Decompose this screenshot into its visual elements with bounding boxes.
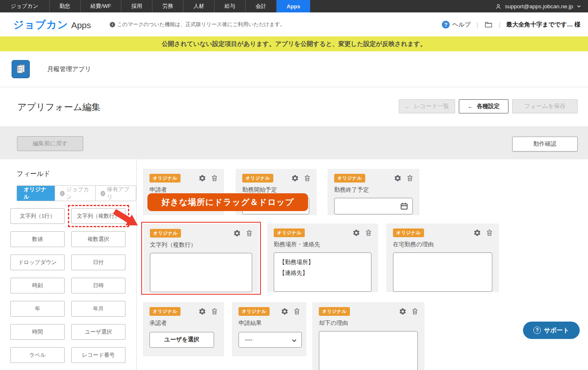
field-label: 文字列（複数行） — [143, 238, 259, 249]
tab-jobcan[interactable]: i ジョブカン — [55, 186, 95, 201]
form-card-rejection-reason[interactable]: オリジナル 却下の理由 — [312, 302, 424, 370]
nav-tab-jobcan[interactable]: ジョブカン — [0, 0, 50, 12]
save-form-button[interactable]: フォームを保存 — [512, 99, 578, 113]
field-chip-text-single[interactable]: 文字列（1行） — [10, 208, 65, 224]
nav-tab-saiyo[interactable]: 採用 — [121, 0, 152, 12]
banner-message: 公開されていない設定項目があります。アプリを公開すると、変更した設定が反映されま… — [162, 40, 427, 48]
tab-original[interactable]: オリジナル — [17, 186, 55, 201]
brand-logo[interactable]: ジョブカン Apps — [13, 18, 91, 31]
field-sidebar: フィールド オリジナル i ジョブカン i 保有アプリ 文字列（1行） 文字列（… — [0, 159, 137, 370]
nav-tab-roumu[interactable]: 労務 — [152, 0, 183, 12]
original-badge: オリジナル — [150, 229, 181, 238]
arrow-left-icon: ← — [405, 103, 411, 110]
settings-icon[interactable] — [399, 308, 407, 315]
field-chip-dropdown[interactable]: ドロップダウン — [10, 255, 65, 270]
settings-icon[interactable] — [394, 174, 402, 182]
support-button[interactable]: ? サポート — [523, 322, 580, 339]
field-label: 勤務終了予定 — [328, 183, 419, 194]
app-title-row: 月報管理アプリ — [0, 51, 588, 87]
field-chip-multiselect[interactable]: 複数選択 — [71, 231, 125, 247]
original-badge: オリジナル — [149, 307, 181, 316]
field-chip-year[interactable]: 年 — [10, 301, 65, 317]
field-chip-number[interactable]: 数値 — [10, 231, 65, 247]
settings-icon[interactable] — [233, 229, 241, 237]
select-user-button[interactable]: ユーザを選択 — [149, 332, 214, 348]
field-source-tabs: オリジナル i ジョブカン i 保有アプリ — [17, 185, 136, 201]
field-chip-yearmonth[interactable]: 年月 — [71, 301, 125, 317]
field-chip-date[interactable]: 日付 — [71, 255, 125, 270]
nav-tab-kyuyo[interactable]: 給与 — [214, 0, 246, 12]
unpublished-settings-banner: 公開されていない設定項目があります。アプリを公開すると、変更した設定が反映されま… — [0, 36, 588, 51]
field-label: 申請結果 — [232, 316, 306, 327]
record-list-button[interactable]: ← レコード一覧 — [399, 99, 455, 113]
user-name[interactable]: 最大全角十字までです… 様 — [506, 21, 581, 29]
field-chip-label[interactable]: ラベル — [10, 347, 65, 363]
settings-icon[interactable] — [473, 229, 481, 237]
field-label: 申請者 — [143, 183, 224, 194]
tab-owned-apps[interactable]: i 保有アプリ — [95, 186, 136, 201]
nav-tab-jinzai[interactable]: 人材 — [183, 0, 214, 12]
settings-icon[interactable] — [198, 174, 206, 182]
settings-button[interactable]: ← 各種設定 — [459, 99, 508, 113]
field-chip-user-select[interactable]: ユーザ選択 — [71, 324, 125, 340]
info-icon: i — [101, 191, 105, 196]
delete-icon[interactable] — [486, 229, 493, 237]
field-chip-duration[interactable]: 時間 — [10, 324, 65, 340]
field-chip-datetime[interactable]: 日時 — [71, 278, 125, 293]
beta-note: i このマークのついた機能は、正式版リリース後にご利用いただけます。 — [110, 21, 285, 28]
delete-icon[interactable] — [304, 174, 311, 182]
question-icon: ? — [533, 327, 541, 334]
folder-icon[interactable] — [484, 20, 493, 29]
settings-icon[interactable] — [352, 229, 360, 237]
result-dropdown[interactable]: ---- — [239, 332, 302, 348]
page-title: アプリフォーム編集 — [17, 101, 101, 113]
revert-button[interactable]: 編集前に戻す — [17, 136, 83, 151]
user-icon — [495, 3, 501, 10]
nav-tab-kintai[interactable]: 勤怠 — [50, 0, 81, 12]
app-name: 月報管理アプリ — [47, 65, 91, 73]
delete-icon[interactable] — [293, 308, 301, 315]
field-label: 在宅勤務の理由 — [386, 237, 499, 248]
field-chip-record-number[interactable]: レコード番号 — [71, 347, 125, 363]
delete-icon[interactable] — [246, 229, 253, 237]
delete-icon[interactable] — [365, 229, 372, 237]
delete-icon[interactable] — [406, 174, 414, 182]
delete-icon[interactable] — [411, 308, 419, 315]
help-label: ヘルプ — [452, 21, 471, 29]
beta-note-text: このマークのついた機能は、正式版リリース後にご利用いただけます。 — [117, 21, 285, 28]
brand-apps: Apps — [71, 20, 91, 30]
brand-jobcan: ジョブカン — [13, 18, 68, 31]
app-header: ジョブカン Apps i このマークのついた機能は、正式版リリース後にご利用いた… — [0, 12, 588, 36]
delete-icon[interactable] — [211, 308, 218, 315]
calendar-icon — [400, 202, 409, 211]
global-nav: ジョブカン 勤怠 経費/WF 採用 労務 人材 給与 会計 Apps suppo… — [0, 0, 588, 12]
form-card-application-result[interactable]: オリジナル 申請結果 ---- — [232, 302, 306, 356]
form-card-remote-reason[interactable]: オリジナル 在宅勤務の理由 — [386, 223, 499, 292]
multiline-textarea[interactable] — [393, 252, 492, 292]
multiline-textarea[interactable] — [319, 331, 418, 370]
info-icon: i — [110, 22, 115, 27]
preview-button[interactable]: 動作確認 — [512, 137, 578, 151]
form-card-work-end[interactable]: オリジナル 勤務終了予定 — [328, 169, 419, 215]
nav-tab-apps[interactable]: Apps — [277, 0, 310, 12]
delete-icon[interactable] — [211, 174, 218, 182]
settings-icon[interactable] — [291, 174, 299, 182]
multiline-textarea[interactable] — [150, 253, 252, 292]
divider: | — [499, 21, 501, 28]
account-menu[interactable]: support@apps.jobcan.ne.jp — [495, 0, 588, 12]
form-card-text-multiline[interactable]: オリジナル 文字列（複数行） — [143, 224, 259, 293]
app-icon — [12, 60, 30, 78]
chevron-down-icon — [291, 337, 297, 344]
field-label: 承認者 — [143, 316, 224, 327]
nav-tab-kaikei[interactable]: 会計 — [246, 0, 277, 12]
nav-tab-keihi-wf[interactable]: 経費/WF — [81, 0, 122, 12]
field-chip-time[interactable]: 時刻 — [10, 278, 65, 293]
settings-icon[interactable] — [198, 308, 206, 315]
date-input[interactable] — [334, 198, 413, 214]
multiline-textarea[interactable]: 【勤務場所】 【連絡先】 — [274, 252, 371, 292]
help-link[interactable]: ? ヘルプ — [442, 21, 471, 29]
form-card-work-location[interactable]: オリジナル 勤務場所・連絡先 【勤務場所】 【連絡先】 — [267, 223, 378, 292]
arrow-left-icon: ← — [468, 103, 473, 110]
settings-icon[interactable] — [281, 308, 289, 315]
form-card-approver[interactable]: オリジナル 承認者 ユーザを選択 — [143, 302, 224, 356]
